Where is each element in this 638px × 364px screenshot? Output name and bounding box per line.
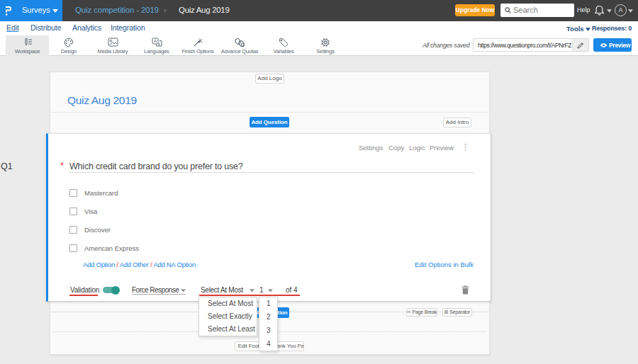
svg-text:A: A [154, 39, 157, 43]
svg-text:a: a [158, 42, 161, 46]
